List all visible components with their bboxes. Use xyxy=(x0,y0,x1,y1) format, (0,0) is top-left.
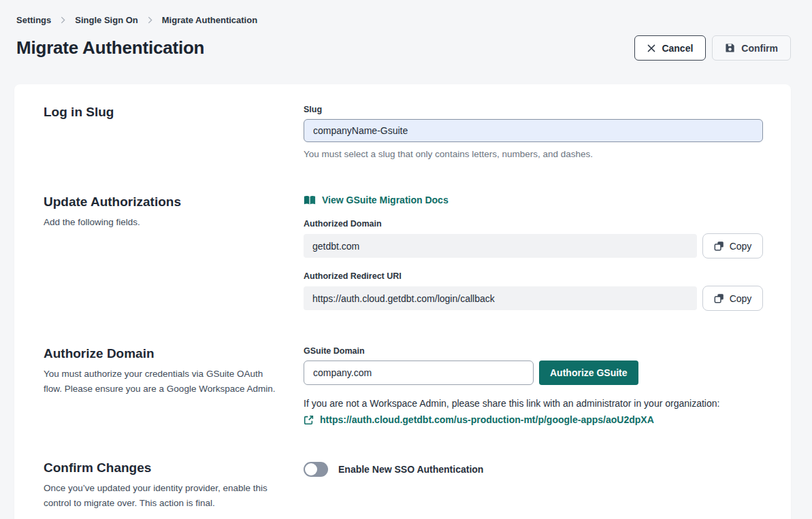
toggle-knob xyxy=(305,463,317,475)
section-heading-update-authorizations: Update Authorizations xyxy=(44,195,304,210)
section-confirm-changes: Confirm Changes Once you’ve updated your… xyxy=(44,461,763,510)
settings-card: Log in Slug Slug You must select a slug … xyxy=(14,84,791,519)
breadcrumb-settings[interactable]: Settings xyxy=(16,15,51,25)
chevron-right-icon xyxy=(61,16,65,24)
authorized-domain-value: getdbt.com xyxy=(304,234,697,258)
section-description-authorize-domain: You must authorize your credentials via … xyxy=(44,367,280,396)
cancel-button-label: Cancel xyxy=(662,43,693,54)
breadcrumb-migrate-authentication: Migrate Authentication xyxy=(162,15,257,25)
slug-helper-text: You must select a slug that only contain… xyxy=(304,149,763,159)
page-header: Settings Single Sign On Migrate Authenti… xyxy=(0,0,812,61)
enable-sso-toggle-label: Enable New SSO Authentication xyxy=(338,464,483,475)
section-update-authorizations: Update Authorizations Add the following … xyxy=(44,195,763,311)
section-login-slug: Log in Slug Slug You must select a slug … xyxy=(44,105,763,159)
enable-sso-toggle[interactable] xyxy=(304,462,328,477)
page-title: Migrate Authentication xyxy=(16,37,204,58)
external-link-icon xyxy=(304,415,314,425)
gsuite-migration-docs-link[interactable]: View GSuite Migration Docs xyxy=(304,195,449,205)
breadcrumb: Settings Single Sign On Migrate Authenti… xyxy=(16,15,791,25)
share-link[interactable]: https://auth.cloud.getdbt.com/us-product… xyxy=(320,414,654,425)
chevron-right-icon xyxy=(148,16,152,24)
copy-authorized-domain-button[interactable]: Copy xyxy=(702,233,763,258)
confirm-button-label: Confirm xyxy=(741,43,778,54)
section-heading-confirm-changes: Confirm Changes xyxy=(44,461,304,475)
copy-redirect-uri-button[interactable]: Copy xyxy=(702,286,763,311)
gsuite-domain-label: GSuite Domain xyxy=(304,346,763,356)
copy-button-label: Copy xyxy=(730,241,752,252)
cancel-button[interactable]: Cancel xyxy=(634,35,706,61)
section-description-update-authorizations: Add the following fields. xyxy=(44,215,280,230)
workspace-admin-note: If you are not a Workspace Admin, please… xyxy=(304,398,763,409)
save-icon xyxy=(725,43,735,53)
authorize-gsuite-button[interactable]: Authorize GSuite xyxy=(539,361,638,385)
confirm-button[interactable]: Confirm xyxy=(712,35,791,61)
breadcrumb-single-sign-on[interactable]: Single Sign On xyxy=(75,15,137,25)
book-icon xyxy=(304,195,316,205)
section-description-confirm-changes: Once you’ve updated your identity provid… xyxy=(44,481,280,510)
section-heading-login-slug: Log in Slug xyxy=(44,105,304,120)
section-authorize-domain: Authorize Domain You must authorize your… xyxy=(44,346,763,425)
redirect-uri-label: Authorized Redirect URI xyxy=(304,271,763,281)
gsuite-migration-docs-link-label: View GSuite Migration Docs xyxy=(322,195,449,205)
authorized-domain-label: Authorized Domain xyxy=(304,219,763,229)
section-heading-authorize-domain: Authorize Domain xyxy=(44,346,304,361)
copy-icon xyxy=(714,293,724,303)
copy-button-label: Copy xyxy=(730,293,752,304)
redirect-uri-value: https://auth.cloud.getdbt.com/login/call… xyxy=(304,286,697,310)
header-actions: Cancel Confirm xyxy=(634,35,791,61)
slug-field-label: Slug xyxy=(304,105,763,114)
copy-icon xyxy=(714,241,724,251)
x-icon xyxy=(647,44,655,52)
share-link-row[interactable]: https://auth.cloud.getdbt.com/us-product… xyxy=(304,414,763,425)
gsuite-domain-input[interactable] xyxy=(304,361,534,385)
slug-input[interactable] xyxy=(304,119,763,142)
